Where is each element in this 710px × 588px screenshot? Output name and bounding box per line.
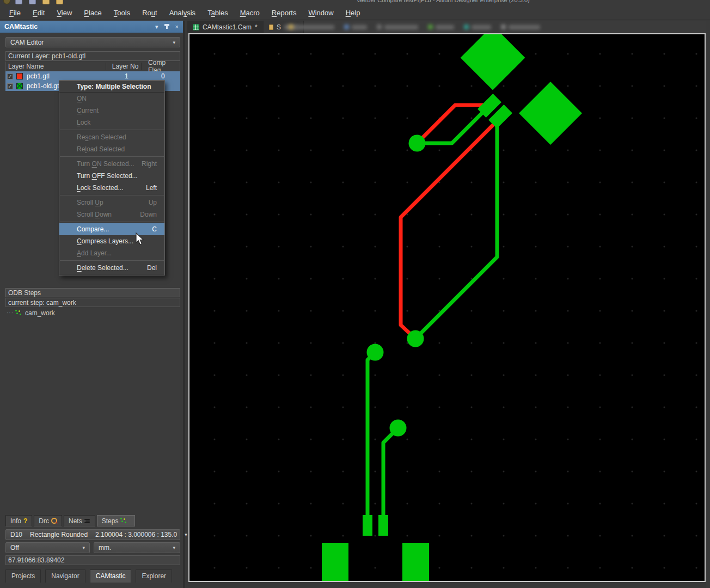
pcb-trace-green-2 (415, 125, 497, 339)
layer-visible-checkbox[interactable]: ✓ (7, 74, 13, 79)
menu-separator (60, 130, 164, 130)
document-icon (269, 24, 273, 30)
chevron-down-icon: ▾ (173, 40, 175, 45)
pcb-pad-diamond-2 (519, 82, 582, 145)
menu-tables[interactable]: Tables (201, 7, 234, 19)
question-icon: ? (23, 517, 27, 525)
col-layer-no: Layer No (106, 63, 142, 70)
menu-item-add-layer: Add Layer... (59, 247, 164, 259)
menu-window[interactable]: Window (302, 7, 339, 19)
menu-reports[interactable]: Reports (266, 7, 303, 19)
nets-icon (84, 518, 90, 524)
panel-titlebar: CAMtastic ▾ × (0, 21, 183, 33)
menu-item-compress-layers[interactable]: Compress Layers... (59, 235, 164, 247)
pcb-pad-round-2 (407, 330, 424, 347)
panel-close-icon[interactable]: × (175, 23, 179, 30)
menu-item-turn-off-selected[interactable]: Turn OFF Selected... (59, 170, 164, 182)
chevron-down-icon: ▾ (82, 545, 85, 550)
menu-item-scroll-down: Scroll Down Down (59, 209, 164, 220)
aperture-select[interactable]: D10 Rectangle Rounded 2.100004 : 3.00000… (5, 529, 180, 540)
steps-icon (120, 518, 127, 524)
cam-canvas-frame (188, 33, 706, 582)
panel-title: CAMtastic (4, 23, 148, 30)
tab-steps[interactable]: Steps (97, 515, 136, 526)
tab-camtastic[interactable]: CAMtastic (90, 569, 132, 583)
menu-item-lock: Lock (59, 117, 164, 128)
col-layer-name: Layer Name (6, 63, 106, 70)
menu-item-compare[interactable]: Compare... C (59, 223, 164, 235)
menu-item-scroll-up: Scroll Up Up (59, 197, 164, 209)
menu-help[interactable]: Help (340, 7, 366, 19)
save-all-icon[interactable] (29, 0, 36, 4)
toolbar-icon-1[interactable] (3, 0, 10, 4)
pcb-pad-round-1 (409, 135, 426, 152)
odb-steps-header: ODB Steps (5, 288, 180, 297)
menu-edit[interactable]: Edit (27, 7, 51, 19)
tab-navigator[interactable]: Navigator (45, 569, 85, 583)
workspace-panel-tabs: Projects Navigator CAMtastic Explorer (5, 569, 172, 583)
menu-separator (60, 156, 164, 157)
menu-item-current: Current (59, 105, 164, 117)
tab-info[interactable]: Info ? (5, 515, 32, 526)
layer-color-swatch-green[interactable] (16, 83, 23, 89)
tab-nets[interactable]: Nets (64, 515, 95, 526)
layer-visible-checkbox[interactable]: ✓ (7, 83, 13, 89)
altium-designer-window: Gerber Compare testPrjPcb - Altium Desig… (0, 0, 710, 588)
panel-dropdown-icon[interactable]: ▾ (155, 23, 158, 30)
menu-separator (60, 222, 164, 222)
chevron-down-icon: ▾ (173, 545, 175, 550)
pcb-pad-rect-1 (363, 515, 372, 536)
menu-separator (60, 260, 164, 261)
menu-item-reload-selected: Reload Selected (59, 143, 164, 155)
main-menubar: File Edit View Place Tools Rout Analysis… (0, 6, 710, 20)
window-title: Gerber Compare testPrjPcb - Altium Desig… (357, 0, 530, 3)
menu-item-on: ON (59, 93, 164, 105)
cam-document-icon (193, 24, 199, 30)
pcb-pad-rect-2 (378, 515, 388, 536)
menu-file[interactable]: File (3, 7, 27, 19)
magnifier-icon (51, 518, 57, 524)
units-select[interactable]: mm. ▾ (94, 542, 180, 553)
editor-mode-select[interactable]: CAM Editor ▾ (5, 37, 180, 47)
menu-item-delete-selected[interactable]: Delete Selected... Del (59, 262, 164, 274)
document-tab-bar: CAMtastic1.Cam * S (187, 21, 710, 33)
pcb-artwork (189, 34, 705, 581)
layer-color-swatch-red[interactable] (16, 73, 23, 79)
menu-separator (60, 195, 164, 195)
menu-item-turn-on-selected: Turn ON Selected... Right (59, 158, 164, 170)
blurred-document-tabs (289, 22, 540, 32)
step-tree-item-cam-work[interactable]: ··· cam_work (7, 308, 55, 317)
context-menu-header: Type: Multiple Selection (59, 81, 164, 93)
pcb-trace-green-3 (368, 352, 375, 515)
open-project-icon[interactable] (56, 0, 63, 4)
cursor-coordinates-field: 67.91066:83.89402 (5, 555, 180, 565)
pcb-trace-red-1 (417, 105, 487, 143)
cam-canvas[interactable] (189, 34, 705, 581)
layer-table-header: Layer Name Layer No Comp Flag (5, 62, 180, 71)
snap-mode-select[interactable]: Off ▾ (5, 542, 90, 553)
pcb-trace-green-1 (417, 111, 484, 143)
pcb-pad-round-4 (390, 420, 407, 437)
pcb-pad-big-1 (322, 543, 348, 581)
menu-analysis[interactable]: Analysis (163, 7, 201, 19)
doc-tab-camtastic1[interactable]: CAMtastic1.Cam * (187, 21, 264, 33)
menu-rout[interactable]: Rout (136, 7, 163, 19)
menu-tools[interactable]: Tools (108, 7, 136, 19)
panel-pin-icon[interactable] (166, 23, 168, 30)
panel-tab-strip: Info ? Drc Nets Steps (5, 515, 135, 526)
menu-item-rescan-selected: Rescan Selected (59, 131, 164, 143)
menu-view[interactable]: View (51, 7, 78, 19)
editor-workspace: CAMtastic1.Cam * S (187, 21, 710, 588)
window-titlebar: Gerber Compare testPrjPcb - Altium Desig… (0, 0, 710, 6)
tab-explorer[interactable]: Explorer (136, 569, 172, 583)
tab-drc[interactable]: Drc (34, 515, 62, 526)
pcb-pad-diamond-1 (461, 34, 525, 90)
tab-projects[interactable]: Projects (5, 569, 41, 583)
open-folder-icon[interactable] (42, 0, 50, 4)
save-icon[interactable] (15, 0, 22, 4)
mouse-cursor (133, 232, 145, 246)
menu-macro[interactable]: Macro (234, 7, 266, 19)
right-edge-strip (706, 21, 710, 588)
menu-place[interactable]: Place (78, 7, 108, 19)
menu-item-lock-selected[interactable]: Lock Selected... Left (59, 182, 164, 194)
